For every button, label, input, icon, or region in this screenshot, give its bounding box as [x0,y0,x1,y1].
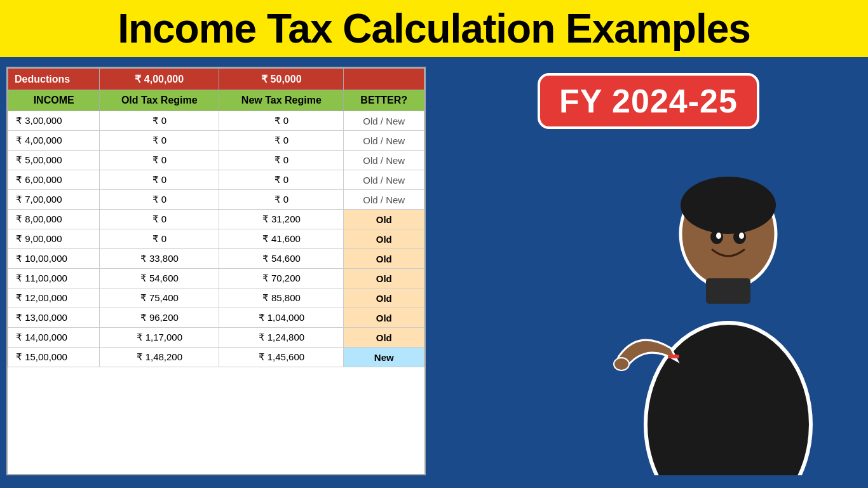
new-tax-cell: ₹ 0 [219,151,344,170]
old-tax-cell: ₹ 0 [100,111,219,131]
income-cell: ₹ 14,00,000 [8,328,100,348]
deductions-label: Deductions [8,69,100,90]
old-tax-cell: ₹ 0 [100,131,219,151]
income-cell: ₹ 7,00,000 [8,190,100,210]
tax-table: Deductions ₹ 4,00,000 ₹ 50,000 INCOME Ol… [8,68,424,367]
income-cell: ₹ 3,00,000 [8,111,100,131]
new-tax-cell: ₹ 31,200 [219,210,344,229]
svg-point-4 [614,358,629,370]
better-cell: Old [344,229,424,249]
fy-badge: FY 2024-25 [538,73,759,129]
income-cell: ₹ 9,00,000 [8,229,100,249]
table-row: ₹ 8,00,000₹ 0₹ 31,200Old [8,210,424,229]
better-col-header: BETTER? [344,90,424,111]
better-cell: New [344,348,424,367]
old-tax-cell: ₹ 1,48,200 [100,348,219,367]
better-cell: Old / New [344,190,424,210]
deduction2-value: ₹ 50,000 [219,69,344,90]
better-cell: Old [344,249,424,269]
svg-rect-3 [706,278,750,304]
better-cell: Old / New [344,131,424,151]
table-row: ₹ 5,00,000₹ 0₹ 0Old / New [8,151,424,170]
table-row: ₹ 3,00,000₹ 0₹ 0Old / New [8,111,424,131]
svg-point-2 [681,177,776,234]
person-svg [607,158,849,475]
deductions-empty [344,69,424,90]
better-cell: Old [344,328,424,348]
new-tax-cell: ₹ 0 [219,111,344,131]
old-regime-col-header: Old Tax Regime [100,90,219,111]
svg-point-8 [739,233,744,239]
new-tax-cell: ₹ 1,45,600 [219,348,344,367]
table-row: ₹ 12,00,000₹ 75,400₹ 85,800Old [8,288,424,308]
page-title: Income Tax Calculation Examples [13,6,855,51]
table-row: ₹ 4,00,000₹ 0₹ 0Old / New [8,131,424,151]
new-tax-cell: ₹ 0 [219,190,344,210]
table-row: ₹ 14,00,000₹ 1,17,000₹ 1,24,800Old [8,328,424,348]
svg-point-7 [716,233,721,239]
old-tax-cell: ₹ 0 [100,170,219,190]
person-illustration [595,145,862,475]
column-headers-row: INCOME Old Tax Regime New Tax Regime BET… [8,90,424,111]
new-tax-cell: ₹ 0 [219,131,344,151]
table-row: ₹ 15,00,000₹ 1,48,200₹ 1,45,600New [8,348,424,367]
new-tax-cell: ₹ 70,200 [219,269,344,288]
better-cell: Old [344,269,424,288]
table-row: ₹ 6,00,000₹ 0₹ 0Old / New [8,170,424,190]
table-row: ₹ 9,00,000₹ 0₹ 41,600Old [8,229,424,249]
income-cell: ₹ 8,00,000 [8,210,100,229]
table-row: ₹ 13,00,000₹ 96,200₹ 1,04,000Old [8,308,424,328]
income-col-header: INCOME [8,90,100,111]
income-cell: ₹ 12,00,000 [8,288,100,308]
person-figure [607,158,849,475]
table-row: ₹ 11,00,000₹ 54,600₹ 70,200Old [8,269,424,288]
income-cell: ₹ 13,00,000 [8,308,100,328]
table-body: ₹ 3,00,000₹ 0₹ 0Old / New₹ 4,00,000₹ 0₹ … [8,111,424,367]
old-tax-cell: ₹ 54,600 [100,269,219,288]
right-section: FY 2024-25 [435,67,862,475]
old-tax-cell: ₹ 0 [100,190,219,210]
table-row: ₹ 10,00,000₹ 33,800₹ 54,600Old [8,249,424,269]
new-tax-cell: ₹ 0 [219,170,344,190]
table-row: ₹ 7,00,000₹ 0₹ 0Old / New [8,190,424,210]
new-tax-cell: ₹ 41,600 [219,229,344,249]
better-cell: Old / New [344,170,424,190]
income-cell: ₹ 11,00,000 [8,269,100,288]
svg-point-0 [646,323,811,475]
income-cell: ₹ 5,00,000 [8,151,100,170]
new-tax-cell: ₹ 1,04,000 [219,308,344,328]
better-cell: Old [344,210,424,229]
income-cell: ₹ 4,00,000 [8,131,100,151]
better-cell: Old [344,288,424,308]
better-cell: Old / New [344,111,424,131]
svg-rect-9 [668,355,679,358]
new-tax-cell: ₹ 85,800 [219,288,344,308]
better-cell: Old [344,308,424,328]
header-bar: Income Tax Calculation Examples [0,0,868,57]
old-tax-cell: ₹ 0 [100,210,219,229]
new-tax-cell: ₹ 54,600 [219,249,344,269]
income-cell: ₹ 10,00,000 [8,249,100,269]
old-tax-cell: ₹ 1,17,000 [100,328,219,348]
old-tax-cell: ₹ 0 [100,229,219,249]
deduction1-value: ₹ 4,00,000 [100,69,219,90]
new-tax-cell: ₹ 1,24,800 [219,328,344,348]
tax-table-section: Deductions ₹ 4,00,000 ₹ 50,000 INCOME Ol… [6,67,426,475]
better-cell: Old / New [344,151,424,170]
income-cell: ₹ 15,00,000 [8,348,100,367]
old-tax-cell: ₹ 75,400 [100,288,219,308]
old-tax-cell: ₹ 0 [100,151,219,170]
deductions-row: Deductions ₹ 4,00,000 ₹ 50,000 [8,69,424,90]
new-regime-col-header: New Tax Regime [219,90,344,111]
old-tax-cell: ₹ 33,800 [100,249,219,269]
main-content: Deductions ₹ 4,00,000 ₹ 50,000 INCOME Ol… [0,57,868,482]
old-tax-cell: ₹ 96,200 [100,308,219,328]
income-cell: ₹ 6,00,000 [8,170,100,190]
